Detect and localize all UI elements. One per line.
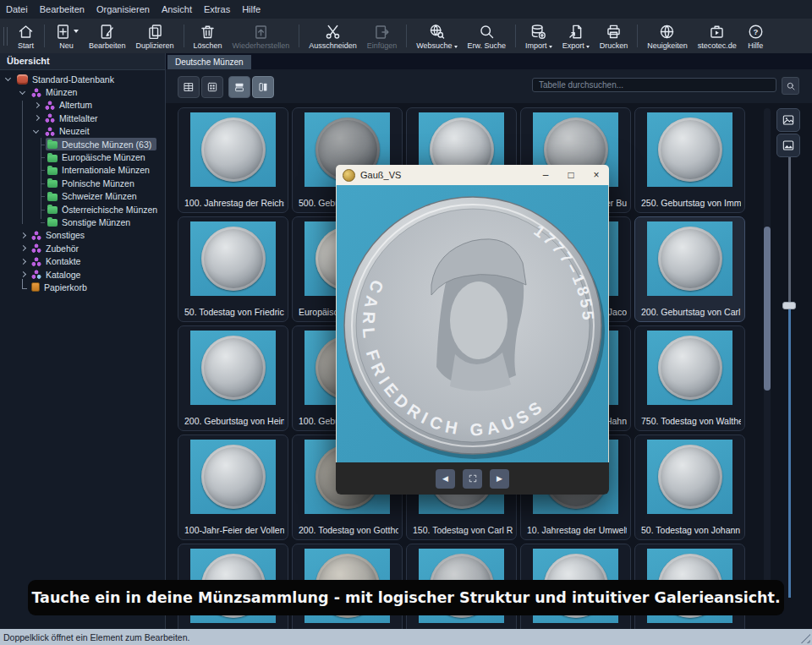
gallery-card[interactable]: 100. Jahrestag der Reichsgrü... <box>178 107 288 213</box>
folder-icon <box>47 219 58 227</box>
menu-bearbeiten[interactable]: Bearbeiten <box>34 1 91 19</box>
tree-expander-icon[interactable] <box>19 244 27 253</box>
sidebar-item-zubeh-r[interactable]: Zubehör <box>0 242 165 254</box>
sidebar-item-europ-ische-m-nzen[interactable]: Europäische Münzen <box>0 150 165 163</box>
toolbar-button-hilfe[interactable]: ?Hilfe <box>742 21 770 51</box>
category-icon <box>45 113 55 123</box>
toolbar-grip[interactable] <box>3 27 8 46</box>
resize-grip[interactable] <box>799 632 810 643</box>
dropdown-caret-icon[interactable] <box>74 30 79 33</box>
coin-image <box>658 445 722 509</box>
tree-expander-icon[interactable] <box>4 75 13 84</box>
tree-expander-icon[interactable] <box>19 88 27 96</box>
view-button-split-horizontal[interactable] <box>228 76 250 98</box>
search-input[interactable] <box>532 78 776 92</box>
gallery-card[interactable]: 50. Todestag von Johann Wol... <box>634 435 745 540</box>
view-button-table-view[interactable] <box>178 76 200 98</box>
edit-document-icon <box>98 23 116 41</box>
thumbnail-larger-button[interactable] <box>776 108 800 132</box>
gallery-scrollbar-thumb[interactable] <box>764 227 771 391</box>
toolbar-button-ausschneiden[interactable]: Ausschneiden <box>304 21 362 51</box>
toolbar-button-export[interactable]: Export <box>557 21 595 51</box>
toolbar-button-neu[interactable]: Neu <box>49 21 84 51</box>
toolbar-button-websuche[interactable]: Websuche <box>411 21 462 51</box>
menu-extras[interactable]: Extras <box>198 1 236 19</box>
tree-expander-icon[interactable] <box>32 127 41 135</box>
toolbar-button-start[interactable]: Start <box>12 21 40 51</box>
toolbar-button-neuigkeiten[interactable]: Neuigkeiten <box>642 21 693 51</box>
dropdown-caret-icon[interactable] <box>454 46 458 48</box>
web-search-icon <box>428 23 446 41</box>
image-viewer-title: Gauß_VS <box>360 170 533 180</box>
maximize-button[interactable]: □ <box>558 165 584 185</box>
close-button[interactable]: × <box>584 165 609 185</box>
toolbar-button-duplizieren[interactable]: Duplizieren <box>131 21 179 51</box>
zoom-slider-track[interactable] <box>788 157 791 303</box>
sidebar-item-standard-datenbank[interactable]: Standard-Datenbank <box>0 73 165 85</box>
gallery-card[interactable]: 100-Jahr-Feier der Vollendun... <box>178 435 288 540</box>
sidebar-item-mittelalter[interactable]: Mittelalter <box>0 112 165 124</box>
coin-image <box>201 445 266 509</box>
fullscreen-button[interactable] <box>463 469 482 489</box>
sidebar-item-deutsche-m-nzen-63[interactable]: Deutsche Münzen (63) <box>0 138 165 150</box>
tree-item-label: Kataloge <box>46 270 80 280</box>
sidebar-item-schweizer-m-nzen[interactable]: Schweizer Münzen <box>0 190 165 203</box>
gallery-card[interactable]: 750. Todestag von Walther v... <box>634 325 745 431</box>
fullscreen-icon <box>468 473 478 484</box>
toolbar-button-bearbeiten[interactable]: Bearbeiten <box>84 21 131 51</box>
toolbar-button-einf-gen[interactable]: Einfügen <box>362 21 403 51</box>
menu-hilfe[interactable]: Hilfe <box>236 1 266 19</box>
globe-icon <box>658 23 676 41</box>
sidebar-item-polnische-m-nzen[interactable]: Polnische Münzen <box>0 177 165 189</box>
coin-image <box>201 118 266 182</box>
zoom-slider-handle[interactable] <box>782 302 796 309</box>
tree-item-label: Standard-Datenbank <box>32 74 114 85</box>
toolbar-button-l-schen[interactable]: Löschen <box>189 21 228 51</box>
previous-image-button[interactable]: ◀ <box>436 469 455 489</box>
search-button[interactable] <box>782 77 799 95</box>
gallery-card[interactable]: 250. Geburtstag von Immanu... <box>634 107 745 213</box>
minimize-button[interactable]: – <box>533 165 558 185</box>
menu-organisieren[interactable]: Organisieren <box>91 1 156 19</box>
dropdown-caret-icon[interactable] <box>586 46 590 48</box>
home-icon <box>17 23 35 41</box>
toolbar-button-wiederherstellen[interactable]: Wiederherstellen <box>228 21 295 51</box>
coin-thumbnail <box>190 221 276 296</box>
tree-item-label: Sonstiges <box>46 230 85 240</box>
sidebar-item-neuzeit[interactable]: Neuzeit <box>0 125 165 138</box>
thumbnail-smaller-button[interactable] <box>776 134 800 157</box>
image-viewer-controls: ◀ ▶ <box>336 462 609 495</box>
coin-app-icon <box>343 169 355 182</box>
tree-expander-icon[interactable] <box>19 231 27 239</box>
sidebar-item-kontakte[interactable]: Kontakte <box>0 254 165 267</box>
sidebar-item-sonstige-m-nzen[interactable]: Sonstige Münzen <box>0 216 165 228</box>
sidebar-item-m-nzen[interactable]: Münzen <box>0 85 165 98</box>
dropdown-caret-icon[interactable] <box>549 46 552 48</box>
sidebar-item-papierkorb[interactable]: Papierkorb <box>0 281 165 293</box>
tree-expander-icon[interactable] <box>32 114 41 123</box>
gallery-card[interactable]: 200. Geburtstag von Carl Frie... <box>634 216 745 322</box>
sidebar-item-internationale-m-nzen[interactable]: Internationale Münzen <box>0 164 165 177</box>
view-button-split-vertical[interactable] <box>252 76 274 98</box>
zoom-slider-fill[interactable] <box>788 309 791 598</box>
sidebar-item-altertum[interactable]: Altertum <box>0 99 165 112</box>
toolbar-button-import[interactable]: Import <box>520 21 557 51</box>
gallery-card[interactable]: 50. Todestag von Friedrich Eb... <box>178 216 288 322</box>
view-button-thumbnail-view[interactable] <box>201 76 223 98</box>
toolbar-button-erw-suche[interactable]: Erw. Suche <box>463 21 512 51</box>
next-image-button[interactable]: ▶ <box>490 469 509 489</box>
coin-caption: 10. Jahrestag der Umweltkon... <box>527 525 627 535</box>
tree-expander-icon[interactable] <box>32 101 41 109</box>
sidebar-item-sonstiges[interactable]: Sonstiges <box>0 229 165 242</box>
tree-expander-icon[interactable] <box>19 271 27 279</box>
tree-expander-icon[interactable] <box>19 257 27 265</box>
sidebar-item-sterreichische-m-nzen[interactable]: Österreichische Münzen <box>0 203 165 216</box>
menu-ansicht[interactable]: Ansicht <box>156 1 198 19</box>
gallery-card[interactable]: 200. Geburtstag von Heinrich... <box>178 325 288 431</box>
image-viewer-titlebar[interactable]: Gauß_VS – □ × <box>336 165 609 185</box>
toolbar-button-drucken[interactable]: Drucken <box>595 21 634 51</box>
tree-item-label-box: Standard-Datenbank <box>15 73 119 85</box>
toolbar-button-stecotec-de[interactable]: stecotec.de <box>693 21 742 51</box>
menu-datei[interactable]: Datei <box>0 1 34 19</box>
toolbar-button-label: Bearbeiten <box>89 41 126 50</box>
